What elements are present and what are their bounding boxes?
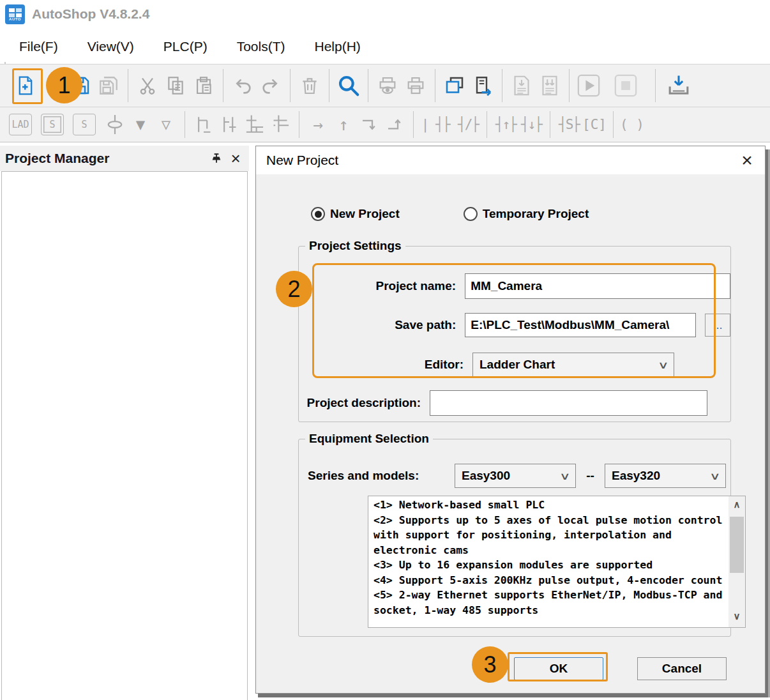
model-select[interactable]: Easy320 ∨: [605, 464, 726, 488]
dialog-close-icon[interactable]: ×: [729, 148, 765, 173]
menu-bar: File(F) View(V) PLC(P) Tools(T) Help(H): [0, 29, 770, 64]
insert-row-hollow-icon[interactable]: ▽: [153, 111, 179, 138]
insert-row-filled-icon[interactable]: ▼: [128, 111, 153, 138]
info-line: <4> Support 5-axis 200KHz pulse output, …: [374, 573, 727, 588]
main-toolbar: [0, 64, 770, 107]
radio-temporary-project-label: Temporary Project: [483, 207, 589, 221]
menu-view[interactable]: View(V): [87, 39, 134, 54]
pin-icon[interactable]: [207, 149, 226, 168]
contact-closed-icon[interactable]: ┤/├: [455, 111, 481, 138]
rail-branch-1-icon[interactable]: [191, 111, 216, 138]
rail-branch-4-icon[interactable]: [268, 111, 293, 138]
line-up-icon[interactable]: ↑: [331, 111, 356, 138]
contact-set-icon[interactable]: ┤S├: [556, 111, 582, 138]
coil-c-icon[interactable]: [C]: [582, 111, 607, 138]
print-preview-icon[interactable]: [374, 70, 402, 102]
equipment-info-box[interactable]: <1> Network-based small PLC <2> Supports…: [368, 496, 746, 628]
rail-branch-2-icon[interactable]: [216, 111, 242, 138]
step-1-badge: 1: [46, 67, 82, 103]
paste-icon[interactable]: [190, 70, 218, 102]
vertical-line-icon[interactable]: |: [419, 111, 430, 138]
stop-icon[interactable]: [612, 70, 640, 102]
equipment-info-text: <1> Network-based small PLC <2> Supports…: [368, 496, 728, 627]
run-icon[interactable]: [575, 70, 603, 102]
app-logo-text: AUTO: [9, 17, 21, 21]
scroll-up-icon[interactable]: ∧: [734, 496, 741, 513]
info-scrollbar[interactable]: ∧ ∨: [728, 496, 745, 627]
step-2-highlight: [312, 263, 716, 378]
delete-icon[interactable]: [296, 70, 324, 102]
copy-icon[interactable]: [162, 70, 190, 102]
scroll-down-icon[interactable]: ∨: [734, 608, 741, 625]
redo-icon[interactable]: [257, 70, 285, 102]
sfc-editor-active-icon[interactable]: S: [41, 114, 64, 135]
title-bar: AUTO AutoShop V4.8.2.4: [0, 0, 770, 29]
info-line: <3> Up to 16 expansion modules are suppo…: [374, 558, 727, 573]
radio-new-project[interactable]: New Project: [311, 207, 400, 221]
undo-icon[interactable]: [229, 70, 257, 102]
search-icon[interactable]: [335, 70, 363, 102]
series-and-models-label: Series and models:: [299, 469, 455, 483]
project-manager-header: Project Manager ×: [0, 146, 249, 171]
step-2-badge: 2: [276, 271, 312, 307]
export-program-icon[interactable]: [469, 70, 497, 102]
menu-help[interactable]: Help(H): [315, 39, 361, 54]
insert-node-icon[interactable]: [102, 111, 128, 138]
step-1-highlight: [12, 68, 43, 104]
line-corner-down-icon[interactable]: [356, 111, 382, 138]
rail-branch-3-icon[interactable]: [242, 111, 268, 138]
scrollbar-thumb[interactable]: [730, 517, 744, 573]
sfc-editor-icon[interactable]: S: [73, 114, 96, 135]
project-settings-legend: Project Settings: [305, 239, 405, 253]
radio-temporary-project[interactable]: Temporary Project: [464, 207, 589, 221]
project-description-label: Project description:: [298, 396, 421, 410]
line-right-icon[interactable]: →: [305, 111, 331, 138]
line-corner-up-icon[interactable]: [382, 111, 407, 138]
download-to-plc-icon[interactable]: [665, 70, 693, 102]
ladder-editor-icon[interactable]: LAD: [9, 114, 32, 135]
radio-new-project-label: New Project: [330, 207, 400, 221]
cascade-windows-icon[interactable]: [441, 70, 469, 102]
cut-icon[interactable]: [133, 70, 162, 102]
compile-download-icon[interactable]: [508, 70, 536, 102]
cancel-button[interactable]: Cancel: [637, 657, 727, 680]
window-title: AutoShop V4.8.2.4: [32, 6, 149, 22]
contact-rising-icon[interactable]: ┤↑├: [493, 111, 518, 138]
step-3-badge: 3: [472, 646, 508, 683]
menu-plc[interactable]: PLC(P): [163, 39, 208, 54]
info-line: <1> Network-based small PLC: [374, 498, 727, 513]
series-select[interactable]: Easy300 ∨: [455, 464, 576, 488]
chevron-down-icon: ∨: [709, 470, 721, 482]
dialog-title-bar: New Project ×: [256, 146, 765, 174]
save-all-icon[interactable]: [94, 70, 123, 102]
info-line: <2> Supports up to 5 axes of local pulse…: [374, 513, 727, 558]
step-3-highlight: [508, 652, 608, 681]
equipment-selection-group: Equipment Selection Series and models: E…: [298, 439, 731, 637]
new-project-dialog: New Project × New Project Temporary Proj…: [255, 146, 766, 694]
contact-open-icon[interactable]: ┤├: [430, 111, 455, 138]
app-logo-icon: AUTO: [5, 4, 25, 24]
menu-tools[interactable]: Tools(T): [237, 39, 285, 54]
contact-falling-icon[interactable]: ┤↓├: [518, 111, 544, 138]
equipment-selection-legend: Equipment Selection: [305, 432, 433, 446]
ladder-toolbar: LAD S S ▼ ▽ → ↑ | ┤├ ┤/├ ┤↑├ ┤↓├ ┤S: [0, 107, 770, 142]
menu-file[interactable]: File(F): [19, 39, 58, 54]
coil-output-icon[interactable]: ( ): [619, 111, 645, 138]
project-manager-title: Project Manager: [0, 151, 207, 166]
project-description-input[interactable]: [430, 390, 707, 416]
model-select-value: Easy320: [612, 469, 660, 483]
chevron-down-icon: ∨: [559, 470, 571, 482]
info-line: <5> 2-way Ethernet supports EtherNet/IP,…: [374, 588, 727, 618]
print-icon[interactable]: [402, 70, 430, 102]
project-manager-close-icon[interactable]: ×: [226, 149, 245, 168]
series-separator: --: [576, 469, 605, 483]
compile-upload-icon[interactable]: [536, 70, 564, 102]
dialog-title: New Project: [256, 153, 729, 168]
project-manager-panel[interactable]: [1, 171, 248, 700]
series-select-value: Easy300: [462, 469, 510, 483]
